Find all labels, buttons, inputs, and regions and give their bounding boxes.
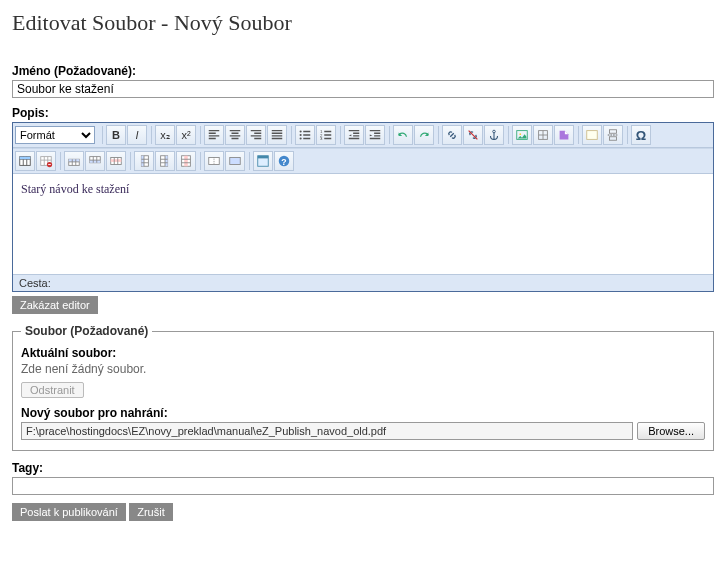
toolbar-separator — [102, 126, 103, 144]
merge-cell-button[interactable] — [225, 151, 245, 171]
align-justify-button[interactable] — [267, 125, 287, 145]
special-char-button[interactable]: Ω — [631, 125, 651, 145]
help-button[interactable]: ? — [274, 151, 294, 171]
ordered-list-button[interactable]: 123 — [316, 125, 336, 145]
svg-rect-10 — [587, 131, 598, 140]
file-fieldset: Soubor (Požadované) Aktuální soubor: Zde… — [12, 324, 714, 451]
name-input[interactable] — [12, 80, 714, 98]
col-before-button[interactable] — [134, 151, 154, 171]
indent-button[interactable] — [365, 125, 385, 145]
format-select[interactable]: Formát — [15, 126, 95, 144]
subscript-button[interactable]: x₂ — [155, 125, 175, 145]
align-center-button[interactable] — [225, 125, 245, 145]
page-title: Editovat Soubor - Nový Soubor — [12, 10, 714, 36]
anchor-button[interactable] — [484, 125, 504, 145]
svg-rect-12 — [610, 137, 617, 141]
row-after-button[interactable] — [85, 151, 105, 171]
cancel-button[interactable]: Zrušit — [129, 503, 173, 521]
desc-label: Popis: — [12, 106, 714, 120]
svg-point-8 — [519, 133, 521, 135]
toolbar-separator — [249, 152, 250, 170]
align-right-button[interactable] — [246, 125, 266, 145]
image-button[interactable] — [512, 125, 532, 145]
toolbar-separator — [291, 126, 292, 144]
toolbar-separator — [151, 126, 152, 144]
outdent-button[interactable] — [344, 125, 364, 145]
custom-tag-button[interactable] — [554, 125, 574, 145]
toolbar-separator — [508, 126, 509, 144]
current-file-label: Aktuální soubor: — [21, 346, 705, 360]
bold-button[interactable]: B — [106, 125, 126, 145]
superscript-button[interactable]: x² — [176, 125, 196, 145]
svg-rect-30 — [230, 158, 241, 165]
delete-row-button[interactable] — [106, 151, 126, 171]
svg-point-1 — [300, 134, 302, 136]
editor-toolbar-row1: Formát B I x₂ x² 123 — [13, 123, 713, 148]
redo-button[interactable] — [414, 125, 434, 145]
link-button[interactable] — [442, 125, 462, 145]
undo-button[interactable] — [393, 125, 413, 145]
svg-text:3: 3 — [320, 136, 323, 141]
object-button[interactable] — [533, 125, 553, 145]
toolbar-separator — [627, 126, 628, 144]
tags-input[interactable] — [12, 477, 714, 495]
svg-rect-22 — [111, 159, 122, 162]
split-cell-button[interactable] — [204, 151, 224, 171]
unlink-button[interactable] — [463, 125, 483, 145]
svg-text:?: ? — [281, 157, 286, 167]
remove-file-button[interactable]: Odstranit — [21, 382, 84, 398]
pagebreak-button[interactable] — [603, 125, 623, 145]
toolbar-separator — [340, 126, 341, 144]
toolbar-separator — [578, 126, 579, 144]
unordered-list-button[interactable] — [295, 125, 315, 145]
literal-button[interactable] — [582, 125, 602, 145]
table-button[interactable] — [15, 151, 35, 171]
editor-path-bar: Cesta: — [13, 274, 713, 291]
toolbar-separator — [389, 126, 390, 144]
file-legend: Soubor (Požadované) — [21, 324, 152, 338]
fullscreen-button[interactable] — [253, 151, 273, 171]
toolbar-separator — [200, 152, 201, 170]
row-before-button[interactable] — [64, 151, 84, 171]
toolbar-separator — [130, 152, 131, 170]
upload-path-input[interactable] — [21, 422, 633, 440]
svg-rect-11 — [610, 130, 617, 134]
svg-rect-28 — [184, 156, 188, 167]
delete-table-button[interactable] — [36, 151, 56, 171]
browse-button[interactable]: Browse... — [637, 422, 705, 440]
italic-button[interactable]: I — [127, 125, 147, 145]
delete-col-button[interactable] — [176, 151, 196, 171]
col-after-button[interactable] — [155, 151, 175, 171]
align-left-button[interactable] — [204, 125, 224, 145]
toolbar-separator — [60, 152, 61, 170]
toolbar-separator — [438, 126, 439, 144]
editor-content-area[interactable]: Starý návod ke stažení — [13, 174, 713, 274]
editor-toolbar-row2: ? — [13, 148, 713, 174]
svg-point-0 — [300, 130, 302, 132]
rich-text-editor: Formát B I x₂ x² 123 — [12, 122, 714, 292]
name-label: Jméno (Požadované): — [12, 64, 714, 78]
svg-point-2 — [300, 137, 302, 139]
svg-rect-14 — [20, 157, 31, 160]
disable-editor-button[interactable]: Zakázat editor — [12, 296, 98, 314]
current-file-value: Zde není žádný soubor. — [21, 362, 705, 376]
tags-label: Tagy: — [12, 461, 714, 475]
publish-button[interactable]: Poslat k publikování — [12, 503, 126, 521]
upload-label: Nový soubor pro nahrání: — [21, 406, 705, 420]
svg-rect-32 — [258, 156, 269, 159]
toolbar-separator — [200, 126, 201, 144]
